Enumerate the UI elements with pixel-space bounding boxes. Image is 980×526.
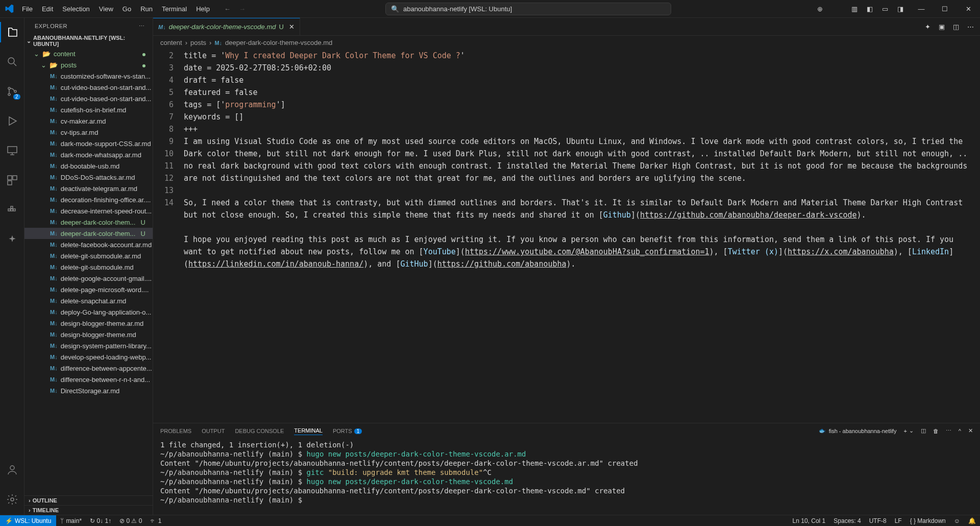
close-button[interactable]: ✕ [957, 0, 980, 18]
indentation[interactable]: Spaces: 4 [829, 517, 865, 524]
ports-status[interactable]: ᯤ 1 [146, 515, 165, 526]
panel-tab-problems[interactable]: PROBLEMS [160, 427, 191, 435]
trash-icon[interactable]: 🗑 [933, 428, 939, 434]
menu-go[interactable]: Go [118, 2, 135, 16]
source-control-icon[interactable]: 2 [0, 81, 24, 102]
split-icon[interactable]: ◫ [953, 23, 959, 31]
panel-tab-output[interactable]: OUTPUT [202, 427, 225, 435]
panel-tab-debug-console[interactable]: DEBUG CONSOLE [235, 427, 284, 435]
docker-icon[interactable] [0, 200, 24, 220]
file-item[interactable]: M↓delete-snapchat.ar.md [24, 295, 153, 306]
panel-left-icon[interactable]: ◧ [867, 5, 873, 13]
panel-tab-ports[interactable]: PORTS1 [333, 427, 362, 435]
feedback-icon[interactable]: ☺ [950, 517, 964, 524]
file-item[interactable]: M↓deeper-dark-color-them...U [24, 217, 153, 228]
remote-explorer-icon[interactable] [0, 140, 24, 161]
file-item[interactable]: M↓cut-video-based-on-start-and... [24, 82, 153, 93]
file-item[interactable]: M↓delete-google-account-gmail.... [24, 273, 153, 284]
file-item[interactable]: M↓deeper-dark-color-them...U [24, 228, 153, 239]
more-icon[interactable]: ⋯ [946, 427, 951, 434]
menu-selection[interactable]: Selection [58, 2, 93, 16]
file-item[interactable]: M↓design-system-pattern-library... [24, 340, 153, 351]
breadcrumb-segment[interactable]: posts [190, 39, 206, 46]
eol[interactable]: LF [891, 517, 906, 524]
file-item[interactable]: M↓difference-between-appcente... [24, 363, 153, 374]
menu-terminal[interactable]: Terminal [158, 2, 191, 16]
file-item[interactable]: M↓design-blogger-theme.ar.md [24, 318, 153, 329]
timeline-section[interactable]: ›TIMELINE [24, 505, 153, 515]
file-item[interactable]: M↓delete-page-microsoft-word.... [24, 284, 153, 295]
menu-run[interactable]: Run [136, 2, 157, 16]
file-item[interactable]: M↓delete-facebook-account.ar.md [24, 239, 153, 250]
project-header[interactable]: ⌄ ABANOUBHANNA-NETLIFY [WSL: UBUNTU] [24, 34, 153, 48]
menu-file[interactable]: File [18, 2, 37, 16]
file-item[interactable]: M↓delete-git-submodule.ar.md [24, 250, 153, 261]
more-icon[interactable]: ⋯ [967, 23, 974, 31]
sparkle-icon[interactable]: ✦ [925, 23, 930, 31]
panel-bottom-icon[interactable]: ▭ [882, 5, 888, 13]
code-editor[interactable]: 234567891011121314 title = 'Why I create… [153, 50, 980, 423]
file-item[interactable]: M↓delete-git-submodule.md [24, 261, 153, 273]
menu-help[interactable]: Help [192, 2, 214, 16]
outline-section[interactable]: ›OUTLINE [24, 495, 153, 505]
cursor-position[interactable]: Ln 10, Col 1 [789, 517, 830, 524]
file-item[interactable]: M↓cut-video-based-on-start-and... [24, 93, 153, 104]
menu-view[interactable]: View [95, 2, 117, 16]
file-item[interactable]: M↓cv-maker.ar.md [24, 115, 153, 127]
notifications-icon[interactable]: 🔔 [964, 517, 980, 524]
language-mode[interactable]: { } Markdown [906, 517, 950, 524]
editor-tab[interactable]: M↓ deeper-dark-color-theme-vscode.md U ✕ [153, 18, 300, 35]
search-activity-icon[interactable] [0, 52, 24, 72]
minimize-button[interactable]: — [910, 0, 933, 18]
close-tab-icon[interactable]: ✕ [289, 23, 295, 31]
file-item[interactable]: M↓cv-tips.ar.md [24, 127, 153, 138]
terminal-shell-label[interactable]: fish - abanoubhanna-netlify [829, 428, 897, 434]
git-sync[interactable]: ↻ 0↓ 1↑ [86, 515, 115, 526]
terminal-output[interactable]: 1 file changed, 1 insertion(+), 1 deleti… [153, 438, 980, 515]
copilot-icon[interactable]: ⊕ [817, 5, 823, 13]
file-item[interactable]: M↓develop-speed-loading-webp... [24, 351, 153, 363]
file-item[interactable]: M↓deactivate-telegram.ar.md [24, 183, 153, 194]
remote-indicator[interactable]: ⚡WSL: Ubuntu [0, 515, 56, 526]
file-item[interactable]: M↓design-blogger-theme.md [24, 329, 153, 340]
file-item[interactable]: M↓dark-mode-whatsapp.ar.md [24, 149, 153, 160]
problems-status[interactable]: ⊘ 0 ⚠ 0 [115, 515, 146, 526]
folder-content[interactable]: ⌄ 📂 content [24, 48, 153, 59]
breadcrumb-segment[interactable]: content [160, 39, 182, 46]
file-item[interactable]: M↓dark-mode-support-CSS.ar.md [24, 138, 153, 149]
file-item[interactable]: M↓deploy-Go-lang-application-o... [24, 306, 153, 318]
panel-tab-terminal[interactable]: TERMINAL [294, 426, 323, 435]
file-item[interactable]: M↓decrease-internet-speed-rout... [24, 205, 153, 217]
maximize-panel-icon[interactable]: ^ [959, 428, 961, 434]
layout-icon[interactable]: ▥ [851, 5, 857, 13]
more-icon[interactable]: ⋯ [139, 23, 145, 30]
menu-edit[interactable]: Edit [38, 2, 57, 16]
file-item[interactable]: M↓decoration-finishing-office.ar.... [24, 194, 153, 205]
nav-back-icon[interactable]: ← [224, 5, 231, 13]
preview-icon[interactable]: ▣ [939, 23, 945, 31]
folder-posts[interactable]: ⌄ 📂 posts [24, 59, 153, 70]
chevron-down-icon[interactable]: ⌄ [909, 427, 914, 434]
git-branch[interactable]: ᛘmain* [56, 515, 86, 526]
file-item[interactable]: M↓DirectStorage.ar.md [24, 385, 153, 396]
split-terminal-icon[interactable]: ◫ [921, 427, 926, 434]
explorer-icon[interactable] [0, 22, 24, 42]
breadcrumb-segment[interactable]: deeper-dark-color-theme-vscode.md [225, 39, 332, 46]
file-item[interactable]: M↓customized-software-vs-stan... [24, 70, 153, 82]
settings-icon[interactable] [0, 489, 24, 510]
nav-forward-icon[interactable]: → [239, 5, 246, 13]
maximize-button[interactable]: ☐ [933, 0, 957, 18]
extensions-icon[interactable] [0, 170, 24, 190]
run-debug-icon[interactable] [0, 111, 24, 131]
file-item[interactable]: M↓DDoS-DoS-attacks.ar.md [24, 172, 153, 183]
accounts-icon[interactable] [0, 460, 24, 480]
file-item[interactable]: M↓difference-between-r-n-t-and... [24, 374, 153, 385]
file-item[interactable]: M↓dd-bootable-usb.md [24, 160, 153, 172]
close-panel-icon[interactable]: ✕ [968, 427, 973, 434]
encoding[interactable]: UTF-8 [865, 517, 891, 524]
sparkle-icon[interactable] [0, 229, 24, 250]
panel-right-icon[interactable]: ◨ [897, 5, 903, 13]
breadcrumb[interactable]: content›posts›M↓deeper-dark-color-theme-… [153, 36, 980, 50]
new-terminal-icon[interactable]: + [903, 428, 906, 434]
command-center[interactable]: 🔍 abanoubhanna-netlify [WSL: Ubuntu] [385, 3, 671, 15]
